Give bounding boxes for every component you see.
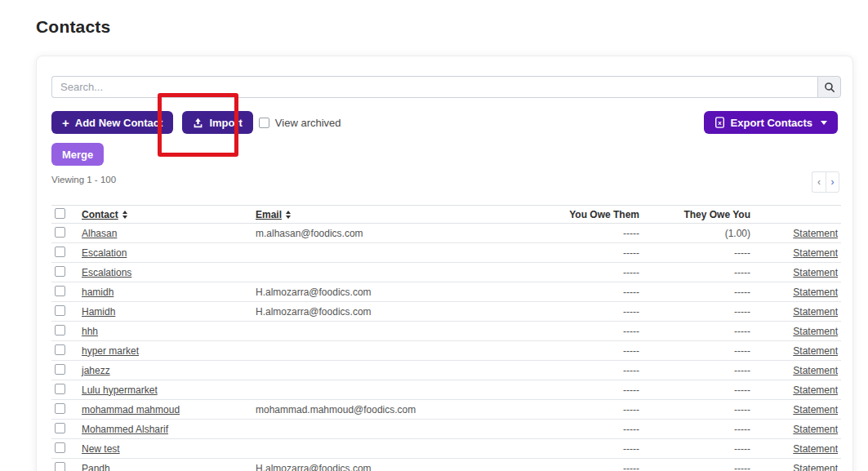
upload-icon: [193, 118, 203, 128]
row-checkbox[interactable]: [55, 227, 65, 238]
row-checkbox[interactable]: [55, 384, 65, 394]
excel-file-icon: x: [714, 117, 725, 128]
statement-link[interactable]: Statement: [793, 267, 838, 278]
contacts-card: + Add New Contact Import View archived: [36, 56, 853, 471]
statement-link[interactable]: Statement: [793, 365, 838, 376]
row-checkbox[interactable]: [55, 305, 65, 316]
row-checkbox[interactable]: [55, 462, 65, 471]
they-owe-you-value: -----: [734, 247, 750, 259]
statement-link[interactable]: Statement: [793, 345, 838, 357]
they-owe-you-value: -----: [734, 463, 750, 471]
contact-name-link[interactable]: hyper market: [82, 345, 139, 357]
search-icon: [824, 82, 835, 93]
you-owe-them-value: -----: [623, 443, 639, 455]
statement-link[interactable]: Statement: [793, 287, 838, 298]
email-column-sort[interactable]: Email: [256, 209, 291, 220]
contact-name-link[interactable]: jahezz: [82, 365, 110, 376]
row-checkbox[interactable]: [55, 344, 65, 355]
pagination-prev-button[interactable]: ‹: [812, 171, 826, 193]
statement-link[interactable]: Statement: [793, 463, 838, 471]
email-column-label: Email: [256, 209, 282, 220]
row-checkbox[interactable]: [55, 266, 65, 277]
statement-link[interactable]: Statement: [793, 424, 838, 435]
row-checkbox[interactable]: [55, 442, 65, 453]
pagination-next-button[interactable]: ›: [826, 171, 839, 193]
merge-label: Merge: [62, 149, 93, 161]
statement-link[interactable]: Statement: [793, 247, 838, 259]
they-owe-you-value: -----: [734, 326, 750, 337]
table-row: Pandh H.almozarra@foodics.com ----- ----…: [51, 459, 841, 471]
you-owe-them-value: -----: [623, 287, 639, 298]
you-owe-them-value: -----: [623, 267, 639, 278]
contact-name-link[interactable]: hhh: [82, 326, 98, 337]
they-owe-you-value: (1.00): [725, 228, 750, 239]
statement-link[interactable]: Statement: [793, 326, 838, 337]
contact-email: mohammad.mahmoud@foodics.com: [256, 404, 416, 415]
table-row: Escalations ----- ----- Statement: [51, 263, 841, 282]
chevron-left-icon: ‹: [817, 176, 821, 188]
row-checkbox[interactable]: [55, 423, 65, 433]
contacts-page: Contacts + Add New Contact: [0, 0, 868, 471]
import-label: Import: [209, 117, 242, 129]
you-owe-them-value: -----: [623, 424, 639, 435]
you-owe-them-value: -----: [623, 463, 639, 471]
contact-name-link[interactable]: hamidh: [82, 287, 114, 298]
search-button[interactable]: [817, 76, 841, 98]
search-input[interactable]: [51, 76, 817, 98]
export-contacts-button[interactable]: x Export Contacts: [704, 111, 838, 134]
contact-column-sort[interactable]: Contact: [82, 209, 127, 220]
row-checkbox[interactable]: [55, 403, 65, 414]
contact-name-link[interactable]: mohammad mahmoud: [82, 404, 180, 415]
view-archived-checkbox[interactable]: [259, 118, 269, 128]
contact-name-link[interactable]: Hamidh: [82, 306, 115, 318]
row-checkbox[interactable]: [55, 364, 65, 375]
select-all-checkbox[interactable]: [55, 208, 65, 219]
caret-down-icon: [821, 121, 827, 125]
add-new-contact-button[interactable]: + Add New Contact: [51, 111, 173, 134]
sort-arrows-icon: [286, 211, 291, 219]
contact-name-link[interactable]: Mohammed Alsharif: [82, 424, 168, 435]
import-button[interactable]: Import: [182, 111, 252, 134]
plus-icon: +: [62, 117, 69, 129]
you-owe-them-value: -----: [623, 404, 639, 415]
row-checkbox[interactable]: [55, 247, 65, 257]
row-checkbox[interactable]: [55, 286, 65, 296]
you-owe-them-column-label: You Owe Them: [517, 206, 639, 224]
view-archived-label: View archived: [275, 117, 341, 129]
contact-email: m.alhasan@foodics.com: [256, 228, 363, 239]
they-owe-you-value: -----: [734, 404, 750, 415]
toolbar: + Add New Contact Import View archived: [51, 111, 838, 134]
page-title: Contacts: [36, 17, 110, 37]
contact-email: H.almozarra@foodics.com: [256, 463, 372, 471]
table-row: hyper market ----- ----- Statement: [51, 341, 841, 361]
you-owe-them-value: -----: [623, 345, 639, 357]
viewing-range-text: Viewing 1 - 100: [51, 175, 838, 184]
they-owe-you-value: -----: [734, 424, 750, 435]
contact-name-link[interactable]: Alhasan: [82, 228, 117, 239]
statement-link[interactable]: Statement: [793, 306, 838, 318]
contact-name-link[interactable]: Pandh: [82, 463, 110, 471]
statement-column-header: [750, 206, 841, 224]
statement-link[interactable]: Statement: [793, 384, 838, 396]
contact-name-link[interactable]: Escalations: [82, 267, 131, 278]
pagination: ‹ ›: [812, 171, 839, 193]
table-row: Escalation ----- ----- Statement: [51, 243, 841, 263]
search-group: [51, 76, 841, 98]
you-owe-them-value: -----: [623, 306, 639, 318]
statement-link[interactable]: Statement: [793, 404, 838, 415]
svg-text:x: x: [718, 119, 722, 127]
row-checkbox[interactable]: [55, 325, 65, 335]
view-archived-toggle[interactable]: View archived: [259, 117, 341, 129]
table-row: Alhasan m.alhasan@foodics.com ----- (1.0…: [51, 224, 841, 243]
contact-name-link[interactable]: Escalation: [82, 247, 127, 259]
they-owe-you-value: -----: [734, 443, 750, 455]
statement-link[interactable]: Statement: [793, 228, 838, 239]
they-owe-you-value: -----: [734, 287, 750, 298]
contact-name-link[interactable]: Lulu hypermarket: [82, 384, 158, 396]
sort-arrows-icon: [122, 211, 127, 219]
table-header-row: Contact Email You Owe Them They Owe You: [51, 206, 841, 224]
contact-name-link[interactable]: New test: [82, 443, 120, 455]
statement-link[interactable]: Statement: [793, 443, 838, 455]
they-owe-you-value: -----: [734, 306, 750, 318]
merge-button[interactable]: Merge: [51, 143, 104, 166]
